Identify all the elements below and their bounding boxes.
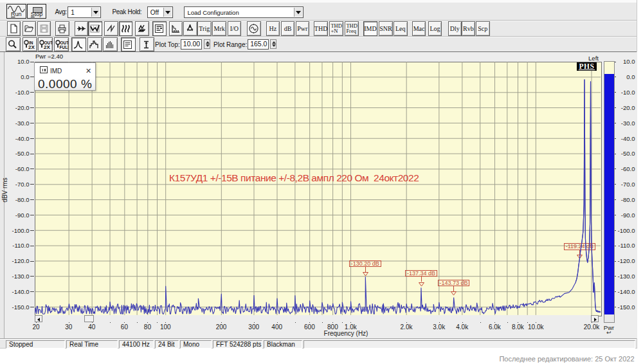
svg-text:2X: 2X	[28, 44, 35, 50]
svg-text:OUT: OUT	[60, 40, 69, 44]
svg-text:2X: 2X	[44, 44, 50, 50]
svg-text:FULL: FULL	[60, 44, 69, 49]
